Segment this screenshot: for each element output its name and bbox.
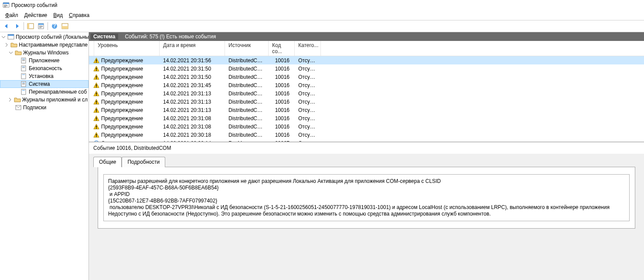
svg-rect-6 bbox=[27, 24, 29, 29]
tree-label: Журналы Windows bbox=[23, 49, 68, 56]
cell-source: DistributedCO... bbox=[225, 115, 269, 121]
tree-log-system[interactable]: Система bbox=[0, 80, 89, 88]
folder-icon bbox=[14, 96, 21, 103]
tree-panel[interactable]: Просмотр событий (Локальны Настраиваемые… bbox=[0, 32, 89, 280]
tree-label: Перенаправленные соб bbox=[29, 88, 87, 95]
table-row[interactable]: Предупреждение14.02.2021 20:31:50Distrib… bbox=[89, 64, 644, 73]
col-category[interactable]: Катего... bbox=[295, 41, 321, 56]
cell-category: Отсутс... bbox=[295, 66, 321, 72]
tree-windows-logs[interactable]: Журналы Windows bbox=[0, 49, 89, 57]
tree-log-forwarded[interactable]: Перенаправленные соб bbox=[0, 88, 89, 96]
folder-icon bbox=[15, 49, 22, 56]
svg-rect-38 bbox=[96, 76, 97, 78]
table-row[interactable]: Предупреждение14.02.2021 20:31:56Distrib… bbox=[89, 56, 644, 64]
expand-icon[interactable] bbox=[4, 42, 9, 47]
menu-view[interactable]: Вид bbox=[51, 11, 65, 19]
svg-rect-42 bbox=[96, 92, 97, 94]
cell-code: 10016 bbox=[269, 91, 295, 97]
cell-date: 14.02.2021 20:31:08 bbox=[160, 124, 225, 130]
back-button[interactable] bbox=[2, 21, 11, 31]
tree-log-application[interactable]: Приложение bbox=[0, 57, 89, 64]
cell-level: Предупреждение bbox=[101, 74, 143, 80]
cell-date: 14.02.2021 20:31:56 bbox=[160, 57, 225, 64]
cell-code: 10016 bbox=[269, 107, 295, 113]
log-icon bbox=[20, 57, 27, 64]
svg-rect-46 bbox=[96, 109, 97, 111]
table-row[interactable]: Предупреждение14.02.2021 20:31:13Distrib… bbox=[89, 98, 644, 106]
cell-date: 14.02.2021 20:31:50 bbox=[160, 66, 225, 72]
tree-custom-views[interactable]: Настраиваемые представле bbox=[0, 41, 89, 49]
table-row[interactable]: Предупреждение14.02.2021 20:31:08Distrib… bbox=[89, 122, 644, 131]
menu-action[interactable]: Действие bbox=[22, 11, 50, 19]
properties-button[interactable] bbox=[36, 21, 46, 31]
table-row[interactable]: Предупреждение14.02.2021 20:31:45Distrib… bbox=[89, 81, 644, 89]
table-row[interactable]: Предупреждение14.02.2021 20:31:13Distrib… bbox=[89, 89, 644, 98]
col-date[interactable]: Дата и время bbox=[160, 41, 225, 56]
svg-rect-34 bbox=[96, 59, 97, 61]
svg-rect-39 bbox=[96, 78, 97, 79]
col-code[interactable]: Код со... bbox=[269, 41, 295, 56]
subscription-icon bbox=[15, 104, 22, 111]
svg-rect-40 bbox=[96, 84, 97, 86]
details-title: Событие 10016, DistributedCOM bbox=[89, 142, 644, 154]
col-level[interactable]: Уровень bbox=[94, 41, 160, 56]
details-tabs: Общие Подробности bbox=[93, 156, 640, 167]
show-tree-button[interactable] bbox=[26, 21, 35, 31]
tree-label: Безопасность bbox=[29, 65, 62, 72]
tree-app-service-logs[interactable]: Журналы приложений и сл bbox=[0, 96, 89, 104]
table-row[interactable]: Предупреждение14.02.2021 20:30:18Distrib… bbox=[89, 131, 644, 139]
log-header: Система Событий: 575 (!) Есть новые собы… bbox=[89, 32, 644, 41]
cell-level: Предупреждение bbox=[101, 91, 143, 97]
tree-label: Система bbox=[29, 81, 50, 88]
log-icon bbox=[20, 81, 27, 88]
table-row[interactable]: Предупреждение14.02.2021 20:31:13Distrib… bbox=[89, 106, 644, 114]
col-source[interactable]: Источник bbox=[225, 41, 269, 56]
forward-button[interactable] bbox=[12, 21, 22, 31]
menu-file[interactable]: Файл bbox=[3, 11, 21, 19]
app-icon bbox=[3, 2, 10, 9]
preview-button[interactable] bbox=[60, 21, 70, 31]
tab-details[interactable]: Подробности bbox=[122, 157, 165, 167]
svg-rect-43 bbox=[96, 94, 97, 95]
menu-bar: Файл Действие Вид Справка bbox=[0, 10, 644, 20]
cell-category: Отсутс... bbox=[295, 91, 321, 97]
svg-rect-56 bbox=[96, 142, 97, 142]
eventviewer-icon bbox=[7, 34, 14, 40]
svg-rect-50 bbox=[96, 125, 97, 127]
tree-label: Подписки bbox=[23, 104, 46, 111]
table-row[interactable]: Сведения14.02.2021 20:30:14RasMan20267От… bbox=[89, 139, 644, 142]
cell-code: 10016 bbox=[269, 99, 295, 105]
menu-help[interactable]: Справка bbox=[66, 11, 92, 19]
svg-rect-37 bbox=[96, 70, 97, 71]
cell-source: DistributedCO... bbox=[225, 91, 269, 97]
tree-root[interactable]: Просмотр событий (Локальны bbox=[0, 33, 89, 41]
tab-general[interactable]: Общие bbox=[93, 157, 122, 167]
tree-log-security[interactable]: Безопасность bbox=[0, 64, 89, 72]
column-spacer bbox=[89, 41, 94, 56]
tree-label: Журналы приложений и сл bbox=[22, 96, 88, 103]
expand-icon[interactable] bbox=[7, 97, 13, 102]
svg-rect-15 bbox=[62, 26, 68, 29]
folder-icon bbox=[10, 41, 17, 48]
tree-subscriptions[interactable]: Подписки bbox=[0, 104, 89, 111]
cell-source: DistributedCO... bbox=[225, 107, 269, 113]
svg-rect-51 bbox=[96, 128, 97, 128]
svg-rect-1 bbox=[3, 3, 9, 4]
table-row[interactable]: Предупреждение14.02.2021 20:31:08Distrib… bbox=[89, 114, 644, 122]
warning-icon bbox=[93, 107, 99, 113]
svg-rect-31 bbox=[21, 89, 26, 94]
collapse-icon[interactable] bbox=[1, 34, 6, 40]
svg-rect-36 bbox=[96, 67, 97, 69]
table-row[interactable]: Предупреждение14.02.2021 20:31:50Distrib… bbox=[89, 73, 644, 81]
svg-rect-25 bbox=[21, 74, 26, 79]
warning-icon bbox=[93, 66, 99, 72]
event-list[interactable]: Уровень Дата и время Источник Код со... … bbox=[89, 41, 644, 142]
svg-rect-49 bbox=[96, 119, 97, 120]
cell-level: Предупреждение bbox=[101, 115, 143, 121]
cell-date: 14.02.2021 20:31:13 bbox=[160, 91, 225, 97]
log-icon bbox=[20, 65, 27, 72]
tree-log-setup[interactable]: Установка bbox=[0, 72, 89, 80]
event-rows[interactable]: Предупреждение14.02.2021 20:31:56Distrib… bbox=[89, 56, 644, 142]
collapse-icon[interactable] bbox=[8, 50, 14, 55]
help-button[interactable]: ? bbox=[50, 21, 59, 31]
